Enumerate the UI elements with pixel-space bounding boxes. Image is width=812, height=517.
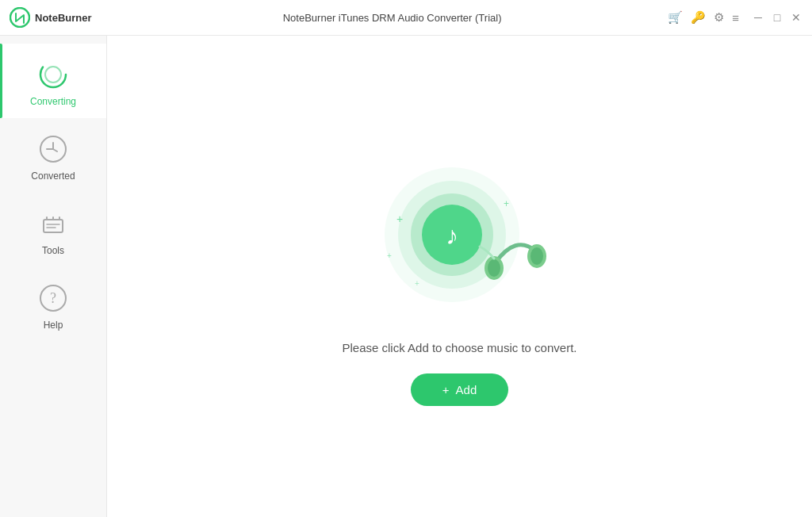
app-logo: NoteBurner bbox=[10, 7, 117, 28]
menu-icon[interactable]: ≡ bbox=[732, 11, 739, 25]
svg-point-25 bbox=[488, 259, 500, 277]
converted-icon-wrap bbox=[36, 132, 70, 166]
toolbar-actions: 🛒 🔑 ⚙ ≡ ─ □ ✕ bbox=[668, 10, 802, 25]
help-icon-wrap: ? bbox=[36, 281, 70, 315]
add-button[interactable]: + Add bbox=[411, 373, 508, 406]
svg-text:+: + bbox=[415, 279, 419, 288]
help-label: Help bbox=[44, 320, 63, 331]
minimize-button[interactable]: ─ bbox=[752, 11, 764, 24]
tools-icon bbox=[38, 209, 68, 239]
converting-icon bbox=[38, 59, 68, 90]
noteburner-logo-icon bbox=[10, 7, 30, 28]
content-area: ♪ + + + + Please click Add to choose m bbox=[107, 36, 812, 517]
svg-point-2 bbox=[45, 67, 61, 82]
svg-text:+: + bbox=[387, 251, 392, 260]
converting-label: Converting bbox=[30, 96, 76, 107]
sidebar-item-tools[interactable]: Tools bbox=[0, 193, 106, 267]
titlebar: NoteBurner NoteBurner iTunes DRM Audio C… bbox=[0, 0, 812, 36]
prompt-text: Please click Add to choose music to conv… bbox=[343, 341, 577, 354]
sidebar-item-help[interactable]: ? Help bbox=[0, 267, 106, 342]
svg-rect-7 bbox=[44, 220, 63, 232]
cart-icon[interactable]: 🛒 bbox=[668, 10, 683, 25]
sidebar: Converting Converted bbox=[0, 36, 107, 517]
sidebar-item-converting[interactable]: Converting bbox=[0, 44, 106, 118]
svg-line-6 bbox=[53, 149, 57, 151]
settings-icon[interactable]: ⚙ bbox=[714, 10, 724, 25]
tools-icon-wrap bbox=[36, 207, 70, 240]
add-button-label: Add bbox=[456, 383, 477, 396]
add-plus-icon: + bbox=[442, 383, 450, 396]
sidebar-item-converted[interactable]: Converted bbox=[0, 118, 106, 193]
svg-point-27 bbox=[530, 247, 543, 265]
svg-text:+: + bbox=[396, 213, 403, 225]
converted-icon bbox=[38, 134, 68, 164]
illustration-svg: ♪ + + + + bbox=[349, 147, 571, 322]
tools-label: Tools bbox=[42, 245, 64, 256]
svg-text:+: + bbox=[504, 198, 509, 209]
svg-point-1 bbox=[40, 62, 66, 87]
help-icon: ? bbox=[38, 283, 68, 313]
key-icon[interactable]: 🔑 bbox=[691, 10, 706, 25]
maximize-button[interactable]: □ bbox=[771, 11, 783, 24]
main-layout: Converting Converted bbox=[0, 36, 812, 517]
music-illustration: ♪ + + + + bbox=[349, 147, 571, 322]
converted-label: Converted bbox=[31, 170, 75, 182]
window-title: NoteBurner iTunes DRM Audio Converter (T… bbox=[117, 12, 668, 24]
window-controls: ─ □ ✕ bbox=[752, 11, 802, 24]
svg-text:?: ? bbox=[50, 290, 56, 306]
converting-icon-wrap bbox=[36, 58, 70, 91]
app-name: NoteBurner bbox=[35, 12, 92, 24]
close-button[interactable]: ✕ bbox=[790, 11, 802, 24]
svg-text:♪: ♪ bbox=[446, 221, 458, 250]
